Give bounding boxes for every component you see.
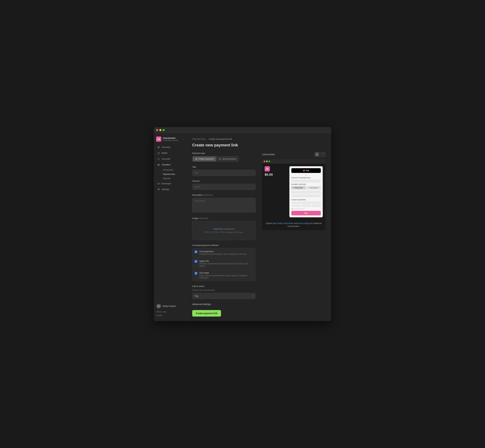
- pm-card-checkbox[interactable]: [195, 250, 197, 253]
- title-label: Title: [192, 166, 256, 168]
- breadcrumb-current: Create new payment link: [209, 138, 232, 140]
- brand-icon: cb: [156, 136, 161, 142]
- advanced-settings-row[interactable]: Advanced settings ›: [192, 303, 256, 305]
- title-section: Title: [192, 166, 256, 176]
- payment-method-preview-label: Payment method: [291, 184, 321, 185]
- developer-icon: </>: [157, 182, 160, 185]
- contact-bars: [291, 201, 321, 207]
- pm-ach: ACH debit Direct, secure payments from a…: [192, 270, 256, 281]
- subnav-payment-links[interactable]: Payment links: [161, 172, 185, 176]
- pm-card-name: Card payments: [199, 250, 247, 253]
- preview-tl-green: [268, 160, 270, 162]
- breadcrumb-separator: ›: [207, 138, 207, 140]
- preview-label: Link preview 🖥 📱: [262, 152, 325, 157]
- user-name: Bobby Newport: [162, 305, 176, 307]
- pm-apple-pay-checkbox[interactable]: [195, 260, 197, 263]
- sidebar-item-wallet[interactable]: ◫ Wallet: [155, 150, 185, 156]
- send-icon: ➤: [219, 158, 221, 160]
- brand-settings-link[interactable]: brand settings: [298, 222, 310, 224]
- pm-apple-pay: Apple Pay Effortless payments that elimi…: [192, 258, 256, 269]
- form-column: Payment type ⊕ Collect payment ➤ Send pa…: [192, 152, 256, 317]
- sidebar-item-settings[interactable]: ⚙ Settings: [155, 187, 185, 192]
- sidebar-item-label: Transfers: [162, 163, 170, 166]
- whats-new-link[interactable]: What's new: [156, 310, 184, 314]
- sidebar-item-developer[interactable]: </> Developer: [155, 181, 185, 186]
- cta-label: Call to action: [192, 285, 256, 288]
- minimize-button[interactable]: [159, 129, 162, 131]
- sidebar-item-overview[interactable]: ⊞ Overview: [155, 144, 185, 150]
- overview-icon: ⊞: [157, 146, 160, 149]
- amount-input[interactable]: [192, 184, 256, 190]
- preview-pay-button: Pay: [291, 211, 321, 215]
- contact-info-preview-label: Contact information: [291, 177, 321, 179]
- pm-apple-pay-name: Apple Pay: [199, 260, 253, 262]
- cta-select-wrap: Pay Donate Subscribe ▾: [192, 293, 256, 299]
- breadcrumb-parent[interactable]: Payment links: [192, 138, 205, 140]
- main-content: Payment links › Create new payment link …: [186, 133, 331, 321]
- collect-payment-button[interactable]: ⊕ Collect payment: [193, 157, 216, 161]
- sidebar-bottom: BN Bobby Newport What's new Guides: [154, 301, 186, 319]
- pm-ach-name: ACH debit: [199, 272, 253, 274]
- preview-column: Link preview 🖥 📱: [262, 152, 325, 317]
- payment-method-tabs: Pay by card Pay by bank: [291, 186, 321, 189]
- amount-section: Amount: [192, 180, 256, 190]
- payment-methods-list: Card payments Accepts American Express, …: [192, 248, 256, 281]
- contact-bar-sm-2: [301, 204, 311, 207]
- pm-ach-desc: Direct, secure payments from a bank acco…: [199, 274, 253, 279]
- transfers-subnav: All transfers Payment links Disputes: [155, 168, 185, 181]
- image-label: Image (Optional): [192, 217, 256, 219]
- pm-ach-checkbox[interactable]: [195, 272, 197, 275]
- user-row[interactable]: BN Bobby Newport: [155, 303, 185, 309]
- file-drop-hint: PDF, CSV, JPEG, PNG accepted (2MB max): [196, 231, 252, 233]
- subnav-disputes[interactable]: Disputes: [161, 176, 185, 181]
- sidebar-item-label: Wallet: [162, 152, 168, 154]
- secure-note: 🔒 Secure payment by: [291, 208, 321, 209]
- maximize-button[interactable]: [162, 129, 165, 131]
- sidebar-item-transfers[interactable]: ⇄ Transfers: [155, 162, 185, 168]
- desktop-view-button[interactable]: 🖥: [315, 152, 319, 157]
- select-file-link[interactable]: Select file: [213, 228, 222, 230]
- two-col-layout: Payment type ⊕ Collect payment ➤ Send pa…: [192, 152, 325, 317]
- sidebar-item-label: Overview: [162, 146, 170, 148]
- apple-icon: 🍎: [303, 169, 305, 172]
- footer-links: What's new Guides: [155, 309, 185, 318]
- create-payment-link-button[interactable]: Create payment link: [192, 310, 221, 317]
- cta-section: Call to action Controls the submit butto…: [192, 285, 256, 299]
- wallet-icon: ◫: [157, 152, 160, 154]
- image-section: Image (Optional) Select file or drop her…: [192, 217, 256, 240]
- contact-info-link[interactable]: contact information: [277, 222, 293, 224]
- preview-view-buttons: 🖥 📱: [315, 152, 325, 157]
- brand-chevron-icon: ⌄: [182, 138, 184, 140]
- file-drop-zone[interactable]: Select file or drop here PDF, CSV, JPEG,…: [192, 221, 256, 240]
- or-divider: or: [291, 174, 321, 176]
- cta-select[interactable]: Pay Donate Subscribe: [192, 293, 256, 299]
- pm-ach-text: ACH debit Direct, secure payments from a…: [199, 272, 253, 279]
- send-label: Send payment: [222, 158, 236, 160]
- advanced-chevron-icon: ›: [212, 303, 213, 305]
- preview-tl-red: [264, 160, 265, 162]
- collect-icon: ⊕: [195, 158, 197, 160]
- title-input[interactable]: [192, 170, 256, 176]
- description-input[interactable]: [192, 198, 256, 212]
- sidebar-item-label: Settings: [162, 188, 169, 191]
- payment-type-section: Payment type ⊕ Collect payment ➤ Send pa…: [192, 152, 256, 162]
- brand-name: Classbooker: [163, 137, 181, 139]
- app-window: cb Classbooker Production account ⌄ ⊞ Ov…: [154, 127, 331, 321]
- brand-text: Classbooker Production account: [163, 137, 181, 141]
- cta-sub: Controls the submit button: [192, 289, 256, 291]
- preview-brand-icon: cb: [265, 166, 270, 171]
- preview-window: cb $0.00 🍎 Pay or Contact information: [262, 159, 325, 230]
- brand-selector[interactable]: cb Classbooker Production account ⌄: [154, 135, 186, 144]
- preview-titlebar: [262, 159, 325, 164]
- subnav-all-transfers[interactable]: All transfers: [161, 168, 185, 172]
- preview-content: cb $0.00 🍎 Pay or Contact information: [262, 164, 325, 220]
- close-button[interactable]: [156, 129, 158, 131]
- sidebar-item-accounts[interactable]: ◻ Accounts: [155, 156, 185, 162]
- accounts-icon: ◻: [157, 158, 160, 160]
- contact-section-preview: Contact Classbooker: [291, 199, 321, 207]
- preview-field-1: [291, 191, 321, 194]
- mobile-view-button[interactable]: 📱: [320, 152, 325, 157]
- guides-link[interactable]: Guides: [156, 314, 184, 317]
- send-payment-button[interactable]: ➤ Send payment: [217, 157, 238, 161]
- contact-bar-sm-1: [291, 204, 301, 207]
